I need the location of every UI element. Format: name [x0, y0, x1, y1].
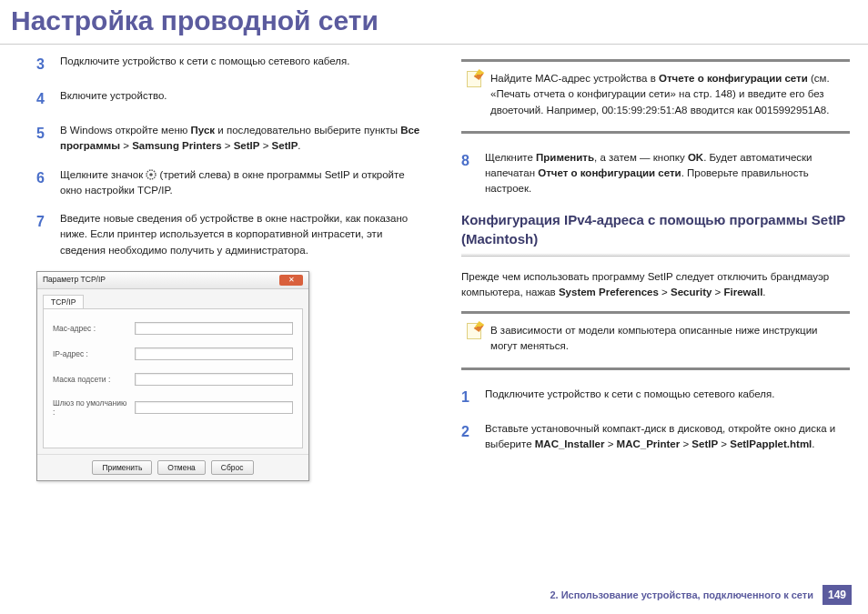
step-number: 3 — [36, 54, 49, 75]
field-input[interactable] — [135, 347, 293, 360]
step-5: 5 В Windows откройте меню Пуск и последо… — [36, 123, 425, 155]
step-number: 1 — [461, 387, 474, 408]
step-number: 8 — [461, 150, 474, 197]
note-mac-address: Найдите MAC-адрес устройства в Отчете о … — [461, 59, 850, 134]
dialog-field-row: IP-адрес : — [53, 347, 293, 360]
step-text: Подключите устройство к сети с помощью с… — [60, 54, 425, 75]
step-text: Подключите устройство к сети с помощью с… — [485, 387, 850, 408]
dialog-field-row: Mac-адрес : — [53, 322, 293, 335]
step-number: 2 — [461, 421, 474, 453]
step-7: 7 Введите новые сведения об устройстве в… — [36, 211, 425, 258]
dialog-titlebar: Параметр TCP/IP ✕ — [37, 272, 308, 289]
step-4: 4 Включите устройство. — [36, 88, 425, 110]
right-column: Найдите MAC-адрес устройства в Отчете о … — [461, 54, 850, 481]
step-number: 5 — [36, 123, 49, 155]
field-label: IP-адрес : — [53, 349, 127, 358]
subheading-mac: Конфигурация IPv4-адреса с помощью прогр… — [461, 210, 850, 248]
step-number: 6 — [36, 167, 49, 199]
field-input[interactable] — [135, 401, 293, 414]
page-title: Настройка проводной сети — [0, 0, 868, 45]
сброс-button[interactable]: Сброс — [211, 460, 254, 475]
subheading-underline — [461, 254, 850, 257]
page-footer: 2. Использование устройства, подключенно… — [550, 585, 852, 605]
step-8: 8 Щелкните Применить, а затем — кнопку O… — [461, 150, 850, 197]
step-6: 6 Щелкните значок (третий слева) в окне … — [36, 167, 425, 199]
dialog-body: Mac-адрес : IP-адрес : Маска подсети : Ш… — [43, 308, 303, 448]
mac-intro-paragraph: Прежде чем использовать программу SetIP … — [461, 269, 850, 301]
left-column: 3 Подключите устройство к сети с помощью… — [36, 54, 425, 481]
note-model-vary: В зависимости от модели компьютера описа… — [461, 311, 850, 370]
tcpip-dialog: Параметр TCP/IP ✕ TCP/IP Mac-адрес : IP-… — [36, 271, 309, 481]
применить-button[interactable]: Применить — [92, 460, 152, 475]
отмена-button[interactable]: Отмена — [157, 460, 206, 475]
note-icon — [467, 71, 481, 87]
content-columns: 3 Подключите устройство к сети с помощью… — [0, 54, 868, 481]
dialog-title: Параметр TCP/IP — [43, 275, 106, 286]
step-text: В Windows откройте меню Пуск и последова… — [60, 123, 425, 155]
dialog-tab[interactable]: TCP/IP — [43, 295, 84, 308]
close-icon[interactable]: ✕ — [279, 275, 303, 286]
note-text: Найдите MAC-адрес устройства в Отчете о … — [490, 71, 844, 118]
field-input[interactable] — [135, 322, 293, 335]
step-3: 3 Подключите устройство к сети с помощью… — [36, 54, 425, 75]
field-input[interactable] — [135, 373, 293, 386]
step-text: Щелкните значок (третий слева) в окне пр… — [60, 167, 425, 199]
field-label: Маска подсети : — [53, 375, 127, 384]
dialog-field-row: Шлюз по умолчанию : — [53, 398, 293, 417]
mac-step-2: 2 Вставьте установочный компакт-диск в д… — [461, 421, 850, 453]
note-icon — [467, 323, 481, 339]
field-label: Шлюз по умолчанию : — [53, 398, 127, 417]
svg-point-1 — [150, 174, 154, 177]
field-label: Mac-адрес : — [53, 324, 127, 333]
dialog-buttons: ПрименитьОтменаСброс — [37, 454, 308, 480]
page-number: 149 — [823, 585, 852, 605]
step-text: Щелкните Применить, а затем — кнопку OK.… — [485, 150, 850, 197]
step-text: Вставьте установочный компакт-диск в дис… — [485, 421, 850, 453]
step-number: 4 — [36, 88, 49, 110]
dialog-field-row: Маска подсети : — [53, 373, 293, 386]
step-text: Введите новые сведения об устройстве в о… — [60, 211, 425, 258]
mac-step-1: 1 Подключите устройство к сети с помощью… — [461, 387, 850, 408]
step-number: 7 — [36, 211, 49, 258]
footer-chapter: 2. Использование устройства, подключенно… — [550, 589, 813, 600]
note-text: В зависимости от модели компьютера описа… — [490, 323, 844, 355]
step-text: Включите устройство. — [60, 88, 425, 110]
